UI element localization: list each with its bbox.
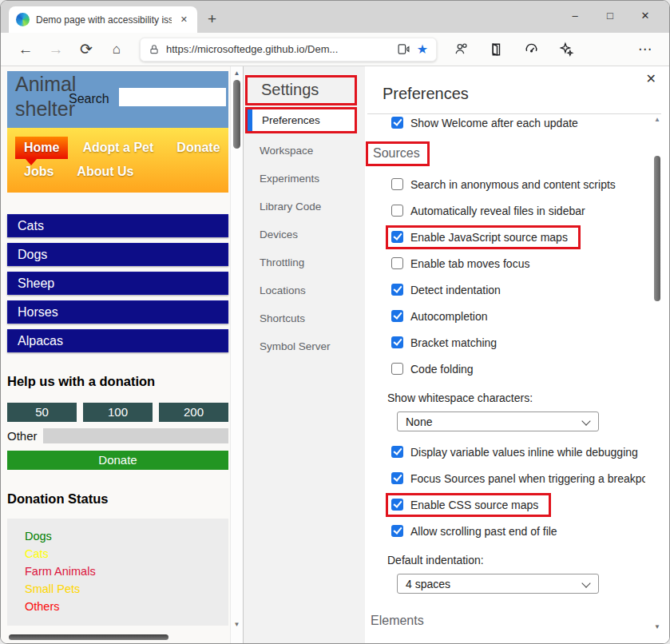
pref-label: Automatically reveal files in sidebar <box>410 205 585 217</box>
scroll-up-icon[interactable]: ▲ <box>652 116 663 123</box>
scroll-down-icon[interactable]: ▼ <box>652 623 663 630</box>
pref-bracket-matching: Bracket matching <box>365 329 645 356</box>
minimize-button[interactable]: – <box>557 4 593 26</box>
checkbox[interactable] <box>391 446 403 458</box>
url-text[interactable]: https://microsoftedge.github.io/Dem... <box>166 43 391 55</box>
preferences-scrollbar[interactable]: ▲ ▼ <box>652 109 663 643</box>
address-bar[interactable]: https://microsoftedge.github.io/Dem... ★ <box>140 38 437 62</box>
site-title: Animal shelter <box>15 72 76 121</box>
status-item: Cats <box>25 545 228 563</box>
preferences-heading: Preferences <box>365 66 669 113</box>
amount-button-200[interactable]: 200 <box>159 403 228 422</box>
nav-item-donate[interactable]: Donate <box>168 137 228 159</box>
checkbox[interactable] <box>391 284 403 296</box>
nav-item-home[interactable]: Home <box>15 137 68 159</box>
pref-js-source-maps: Enable JavaScript source maps <box>365 224 645 250</box>
indentation-label: Default indentation: <box>365 551 645 570</box>
pref-label: Search in anonymous and content scripts <box>410 178 616 191</box>
pref-code-folding: Code folding <box>365 356 645 382</box>
checkbox[interactable] <box>391 336 403 348</box>
sidebar-item-experiments[interactable]: Experiments <box>244 165 365 193</box>
checkbox[interactable] <box>391 117 403 129</box>
forward-button: → <box>41 42 71 57</box>
other-amount-input[interactable] <box>43 428 228 443</box>
pref-label: Allow scrolling past end of file <box>410 525 557 538</box>
close-button[interactable]: ✕ <box>628 4 663 26</box>
checkbox[interactable] <box>391 499 403 511</box>
sidebar-item-throttling[interactable]: Throttling <box>244 248 365 276</box>
donation-status-heading: Donation Status <box>7 491 228 507</box>
sidebar-item-devices[interactable]: Devices <box>244 221 365 248</box>
lock-icon <box>149 44 160 55</box>
pref-label: Autocompletion <box>410 310 488 323</box>
microsoft365-icon[interactable] <box>478 42 513 57</box>
animal-button-horses[interactable]: Horses <box>7 300 228 324</box>
checkbox[interactable] <box>391 231 403 243</box>
tab-close-icon[interactable]: ✕ <box>178 13 190 26</box>
performance-icon[interactable] <box>513 42 549 57</box>
devtools-close-icon[interactable]: ✕ <box>646 73 656 85</box>
maximize-button[interactable]: □ <box>593 4 628 26</box>
profile-icon[interactable] <box>443 42 478 57</box>
home-button[interactable]: ⌂ <box>101 42 132 56</box>
pref-label: Detect indentation <box>410 284 501 296</box>
pref-autocompletion: Autocompletion <box>365 303 645 329</box>
amount-button-50[interactable]: 50 <box>7 403 77 422</box>
page-horizontal-scrollbar[interactable] <box>9 634 168 640</box>
sidebar-item-preferences[interactable]: Preferences <box>245 107 357 133</box>
checkbox[interactable] <box>391 363 403 375</box>
devtools-panel: Settings Preferences Workspace Experimen… <box>243 66 669 643</box>
checkbox[interactable] <box>391 205 403 217</box>
checkbox[interactable] <box>391 310 403 322</box>
window-controls: – □ ✕ <box>557 4 663 26</box>
animal-button-dogs[interactable]: Dogs <box>7 243 228 266</box>
pref-label: Enable CSS source maps <box>410 499 538 511</box>
checkbox[interactable] <box>391 178 403 190</box>
donate-button[interactable]: Donate <box>7 451 228 470</box>
more-menu-button[interactable]: ⋯ <box>631 41 660 58</box>
nav-item-adopt[interactable]: Adopt a Pet <box>73 137 162 159</box>
sidebar-item-library-code[interactable]: Library Code <box>244 193 365 221</box>
annotation-box-sources: Sources <box>366 141 430 166</box>
pref-tab-moves-focus: Enable tab moves focus <box>365 250 645 276</box>
pref-label: Enable JavaScript source maps <box>410 231 568 244</box>
page-vertical-scrollbar[interactable]: ▲ ▼ <box>230 66 243 643</box>
new-tab-button[interactable]: + <box>208 11 216 26</box>
scrollbar-thumb[interactable] <box>233 80 240 149</box>
back-button[interactable]: ← <box>10 42 41 57</box>
whitespace-select[interactable]: None <box>397 411 599 431</box>
animal-button-cats[interactable]: Cats <box>7 214 228 237</box>
refresh-button[interactable]: ⟳ <box>71 42 101 57</box>
donation-amounts: 50 100 200 <box>7 403 228 422</box>
sidebar-item-symbol-server[interactable]: Symbol Server <box>244 332 365 360</box>
scrollbar-thumb[interactable] <box>654 156 660 301</box>
copilot-sparkle-icon[interactable] <box>549 42 584 57</box>
checkbox[interactable] <box>391 257 403 269</box>
sidebar-item-shortcuts[interactable]: Shortcuts <box>244 304 365 332</box>
favorites-star-icon[interactable]: ★ <box>417 43 428 56</box>
checkbox[interactable] <box>391 525 403 537</box>
annotation-box-js-source-maps: Enable JavaScript source maps <box>386 225 581 249</box>
indentation-select[interactable]: 4 spaces <box>397 574 599 594</box>
animal-list: Cats Dogs Sheep Horses Alpacas <box>7 214 228 352</box>
checkbox[interactable] <box>391 472 403 484</box>
nav-item-about[interactable]: About Us <box>68 161 142 183</box>
amount-button-100[interactable]: 100 <box>83 403 153 422</box>
browser-toolbar: ← → ⟳ ⌂ https://microsoftedge.github.io/… <box>1 33 669 66</box>
read-aloud-icon[interactable] <box>397 42 410 56</box>
status-item: Farm Animals <box>25 563 228 580</box>
search-input[interactable] <box>119 88 226 106</box>
nav-item-jobs[interactable]: Jobs <box>15 161 62 183</box>
settings-title: Settings <box>245 75 357 105</box>
edge-logo-icon <box>16 13 30 26</box>
scroll-up-icon[interactable]: ▲ <box>231 70 243 77</box>
pref-auto-reveal: Automatically reveal files in sidebar <box>365 197 645 224</box>
pref-detect-indentation: Detect indentation <box>365 276 645 303</box>
sidebar-item-locations[interactable]: Locations <box>244 276 365 304</box>
animal-button-alpacas[interactable]: Alpacas <box>7 329 228 352</box>
browser-tab[interactable]: Demo page with accessibility issu ✕ <box>9 6 197 33</box>
scroll-down-icon[interactable]: ▼ <box>231 621 243 628</box>
site-header: Animal shelter Search <box>7 71 228 128</box>
animal-button-sheep[interactable]: Sheep <box>7 272 228 295</box>
sidebar-item-workspace[interactable]: Workspace <box>244 137 365 165</box>
